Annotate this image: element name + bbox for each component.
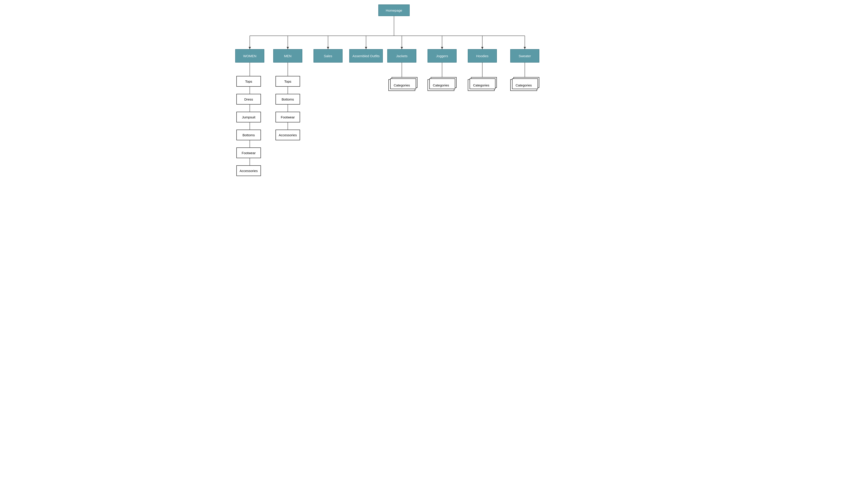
- women-jumpsuit-node[interactable]: Jumpsuit: [236, 112, 261, 122]
- men-accessories-node[interactable]: Accessories: [275, 130, 300, 140]
- men-footwear-node[interactable]: Footwear: [275, 112, 300, 122]
- jackets-node[interactable]: Jackets: [387, 49, 416, 63]
- women-footwear-label: Footwear: [242, 151, 256, 155]
- sweater-categories-node[interactable]: Categories: [510, 79, 537, 91]
- hoodies-label: Hoodies: [476, 54, 488, 58]
- svg-marker-15: [441, 47, 443, 49]
- men-tops-node[interactable]: Tops: [275, 76, 300, 87]
- women-dress-node[interactable]: Dress: [236, 94, 261, 105]
- sweater-node[interactable]: Sweater: [510, 49, 539, 63]
- sales-label: Sales: [324, 54, 332, 58]
- joggers-node[interactable]: Joggers: [428, 49, 457, 63]
- svg-marker-12: [327, 47, 329, 49]
- women-bottoms-label: Bottoms: [242, 133, 255, 137]
- assembled-label: Assembled Outfits: [352, 54, 380, 58]
- women-footwear-node[interactable]: Footwear: [236, 147, 261, 158]
- men-bottoms-node[interactable]: Bottoms: [275, 94, 300, 105]
- joggers-label: Joggers: [436, 54, 448, 58]
- homepage-node[interactable]: Homepage: [378, 4, 410, 16]
- jackets-categories-label: Categories: [394, 83, 410, 87]
- sitemap-diagram: Homepage WOMEN MEN Sales Assembled Outfi…: [231, 0, 633, 201]
- svg-marker-17: [524, 47, 526, 49]
- women-accessories-node[interactable]: Accessories: [236, 165, 261, 176]
- men-node[interactable]: MEN: [273, 49, 302, 63]
- svg-marker-16: [481, 47, 483, 49]
- jackets-categories-node[interactable]: Categories: [388, 79, 415, 91]
- women-jumpsuit-label: Jumpsuit: [242, 115, 255, 119]
- svg-marker-13: [365, 47, 367, 49]
- men-label: MEN: [284, 54, 291, 58]
- men-bottoms-label: Bottoms: [281, 97, 294, 101]
- hoodies-node[interactable]: Hoodies: [468, 49, 497, 63]
- homepage-label: Homepage: [386, 9, 402, 12]
- men-footwear-label: Footwear: [281, 115, 295, 119]
- sweater-label: Sweater: [518, 54, 531, 58]
- women-node[interactable]: WOMEN: [235, 49, 264, 63]
- sweater-categories-label: Categories: [516, 83, 532, 87]
- women-bottoms-node[interactable]: Bottoms: [236, 130, 261, 140]
- svg-marker-14: [401, 47, 403, 49]
- sales-node[interactable]: Sales: [313, 49, 343, 63]
- women-tops-label: Tops: [245, 79, 252, 83]
- women-tops-node[interactable]: Tops: [236, 76, 261, 87]
- joggers-categories-label: Categories: [433, 83, 449, 87]
- svg-marker-10: [249, 47, 251, 49]
- men-accessories-label: Accessories: [279, 133, 297, 137]
- assembled-node[interactable]: Assembled Outfits: [349, 49, 383, 63]
- women-label: WOMEN: [243, 54, 256, 58]
- hoodies-categories-label: Categories: [473, 83, 490, 87]
- svg-marker-11: [287, 47, 289, 49]
- men-tops-label: Tops: [284, 79, 291, 83]
- women-accessories-label: Accessories: [240, 169, 258, 173]
- jackets-label: Jackets: [396, 54, 408, 58]
- women-dress-label: Dress: [244, 97, 253, 101]
- joggers-categories-node[interactable]: Categories: [428, 79, 454, 91]
- hoodies-categories-node[interactable]: Categories: [468, 79, 495, 91]
